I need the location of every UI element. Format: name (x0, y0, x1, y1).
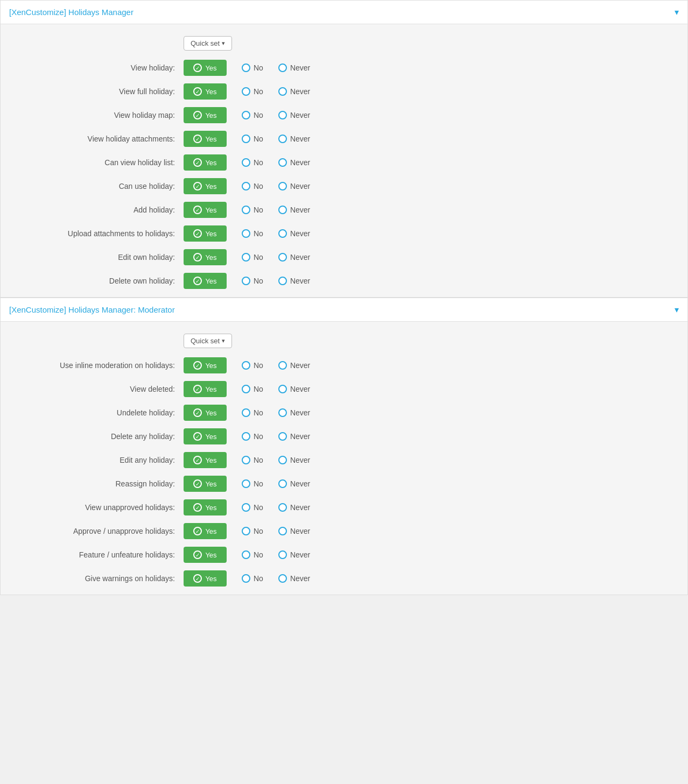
no-option[interactable]: No (242, 182, 263, 190)
quick-set-button[interactable]: Quick set ▾ (184, 334, 232, 348)
no-option[interactable]: No (242, 456, 263, 464)
yes-button[interactable]: ✓Yes (184, 476, 227, 492)
permission-label: Undelete holiday: (1, 408, 184, 417)
no-option[interactable]: No (242, 361, 263, 370)
yes-button[interactable]: ✓Yes (184, 154, 227, 171)
permission-options: ✓YesNoNever (184, 476, 310, 492)
permission-label: Can view holiday list: (1, 158, 184, 167)
no-option[interactable]: No (242, 253, 263, 262)
table-row: Approve / unapprove holidays:✓YesNoNever (1, 519, 687, 543)
no-option[interactable]: No (242, 432, 263, 441)
dropdown-icon: ▾ (222, 337, 225, 344)
no-option[interactable]: No (242, 277, 263, 285)
never-option[interactable]: Never (278, 277, 310, 285)
never-option[interactable]: Never (278, 527, 310, 535)
no-option[interactable]: No (242, 206, 263, 214)
no-option[interactable]: No (242, 385, 263, 393)
yes-button[interactable]: ✓Yes (184, 381, 227, 397)
never-option[interactable]: Never (278, 63, 310, 72)
no-option[interactable]: No (242, 408, 263, 417)
never-option[interactable]: Never (278, 111, 310, 119)
yes-button[interactable]: ✓Yes (184, 428, 227, 444)
radio-circle (278, 87, 287, 96)
table-row: View deleted:✓YesNoNever (1, 377, 687, 401)
permission-label: View full holiday: (1, 87, 184, 96)
no-option[interactable]: No (242, 479, 263, 488)
page-wrapper: [XenCustomize] Holidays Manager▾Quick se… (0, 0, 688, 784)
never-option[interactable]: Never (278, 361, 310, 370)
yes-button[interactable]: ✓Yes (184, 178, 227, 194)
never-option[interactable]: Never (278, 87, 310, 96)
no-option[interactable]: No (242, 158, 263, 167)
never-option[interactable]: Never (278, 135, 310, 143)
no-option[interactable]: No (242, 503, 263, 512)
dropdown-icon: ▾ (222, 40, 225, 47)
yes-button[interactable]: ✓Yes (184, 225, 227, 242)
yes-button[interactable]: ✓Yes (184, 273, 227, 289)
never-option[interactable]: Never (278, 574, 310, 583)
yes-button[interactable]: ✓Yes (184, 202, 227, 218)
permission-label: Edit any holiday: (1, 456, 184, 464)
yes-label: Yes (205, 159, 216, 167)
no-option[interactable]: No (242, 63, 263, 72)
never-option[interactable]: Never (278, 550, 310, 559)
no-option[interactable]: No (242, 87, 263, 96)
yes-button[interactable]: ✓Yes (184, 357, 227, 373)
never-option[interactable]: Never (278, 385, 310, 393)
section-header-2[interactable]: [XenCustomize] Holidays Manager: Moderat… (1, 298, 687, 322)
never-option[interactable]: Never (278, 253, 310, 262)
no-label: No (254, 550, 263, 559)
table-row: View holiday:✓YesNoNever (1, 56, 687, 80)
no-label: No (254, 432, 263, 441)
radio-circle (278, 182, 287, 190)
yes-label: Yes (205, 277, 216, 285)
radio-circle (278, 361, 287, 370)
chevron-down-icon-1: ▾ (675, 7, 679, 17)
yes-button[interactable]: ✓Yes (184, 570, 227, 587)
never-option[interactable]: Never (278, 456, 310, 464)
radio-circle (278, 385, 287, 393)
yes-button[interactable]: ✓Yes (184, 107, 227, 123)
yes-button[interactable]: ✓Yes (184, 131, 227, 147)
no-option[interactable]: No (242, 550, 263, 559)
never-option[interactable]: Never (278, 479, 310, 488)
radio-circle (278, 456, 287, 464)
yes-label: Yes (205, 64, 216, 72)
yes-button[interactable]: ✓Yes (184, 83, 227, 100)
yes-button[interactable]: ✓Yes (184, 547, 227, 563)
yes-button[interactable]: ✓Yes (184, 249, 227, 265)
quick-set-button[interactable]: Quick set ▾ (184, 36, 232, 51)
check-icon: ✓ (193, 408, 202, 417)
no-option[interactable]: No (242, 111, 263, 119)
never-option[interactable]: Never (278, 503, 310, 512)
yes-button[interactable]: ✓Yes (184, 405, 227, 421)
no-option[interactable]: No (242, 135, 263, 143)
permission-label: Delete any holiday: (1, 432, 184, 441)
never-option[interactable]: Never (278, 229, 310, 238)
yes-button[interactable]: ✓Yes (184, 523, 227, 539)
never-option[interactable]: Never (278, 432, 310, 441)
check-icon: ✓ (193, 135, 202, 143)
no-label: No (254, 385, 263, 393)
never-option[interactable]: Never (278, 206, 310, 214)
permission-options: ✓YesNoNever (184, 499, 310, 515)
yes-button[interactable]: ✓Yes (184, 499, 227, 515)
table-row: Feature / unfeature holidays:✓YesNoNever (1, 543, 687, 567)
never-option[interactable]: Never (278, 158, 310, 167)
no-option[interactable]: No (242, 527, 263, 535)
permission-label: Use inline moderation on holidays: (1, 361, 184, 370)
no-option[interactable]: No (242, 229, 263, 238)
table-row: View holiday map:✓YesNoNever (1, 103, 687, 127)
never-option[interactable]: Never (278, 408, 310, 417)
never-option[interactable]: Never (278, 182, 310, 190)
check-icon: ✓ (193, 503, 202, 512)
yes-button[interactable]: ✓Yes (184, 60, 227, 76)
section-header-1[interactable]: [XenCustomize] Holidays Manager▾ (1, 1, 687, 24)
no-label: No (254, 408, 263, 417)
never-label: Never (290, 479, 310, 488)
yes-label: Yes (205, 230, 216, 238)
no-option[interactable]: No (242, 574, 263, 583)
no-label: No (254, 135, 263, 143)
radio-circle (278, 111, 287, 119)
yes-button[interactable]: ✓Yes (184, 452, 227, 468)
